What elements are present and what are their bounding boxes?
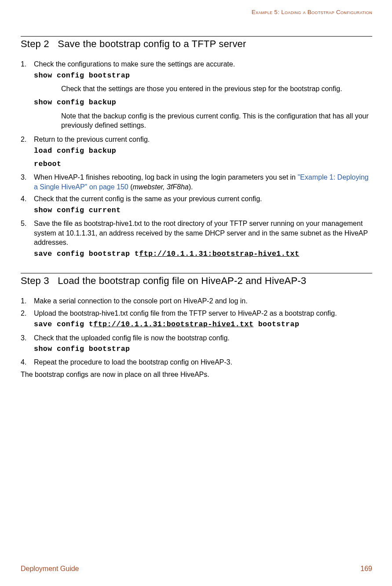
list-item: Upload the bootstrap-hive1.txt config fi… <box>21 309 372 330</box>
command-text: save config bootstrap tftp://10.1.1.31:b… <box>34 249 372 259</box>
list-item: Check that the current config is the sam… <box>21 194 372 215</box>
closing-paragraph: The bootstrap configs are now in place o… <box>21 370 372 380</box>
list-item: Save the file as bootstrap-hive1.txt to … <box>21 219 372 259</box>
command-prefix: save config t <box>34 320 93 328</box>
item-text: ). <box>189 183 193 191</box>
command-text: show config bootstrap <box>34 344 372 354</box>
step2-title: Save the bootstrap config to a TFTP serv… <box>58 38 246 49</box>
page-footer: Deployment Guide 169 <box>21 565 372 573</box>
item-text: Upload the bootstrap-hive1.txt config fi… <box>34 310 337 317</box>
list-item: Return to the previous current config. l… <box>21 135 372 169</box>
list-item: Make a serial connection to the console … <box>21 296 372 306</box>
credentials-text: mwebster, 3fF8ha <box>133 183 189 191</box>
command-text: save config tftp://10.1.1.31:bootstrap-h… <box>34 320 372 329</box>
command-text: load config backup <box>34 146 372 156</box>
running-header: Example 5: Loading a Bootstrap Configura… <box>252 9 372 15</box>
item-text: Check that the current config is the sam… <box>34 195 262 203</box>
list-item: Check the configurations to make sure th… <box>21 59 372 130</box>
command-url: ftp://10.1.1.31:bootstrap-hive1.txt <box>93 320 253 328</box>
step3-title: Load the bootstrap config file on HiveAP… <box>58 275 306 286</box>
item-text: ( <box>128 183 133 191</box>
content-area: Step 2 Save the bootstrap config to a TF… <box>21 36 372 380</box>
page: Example 5: Loading a Bootstrap Configura… <box>0 0 392 586</box>
list-item: Check that the uploaded config file is n… <box>21 333 372 354</box>
sub-paragraph: Note that the backup config is the previ… <box>61 111 372 130</box>
step3-number: Step 3 <box>21 275 55 287</box>
list-item: When HiveAP-1 finishes rebooting, log ba… <box>21 173 372 192</box>
command-text: show config backup <box>34 98 372 107</box>
item-text: Repeat the procedure to load the bootstr… <box>34 358 232 366</box>
item-text: Save the file as bootstrap-hive1.txt to … <box>34 220 368 246</box>
item-text: Check the configurations to make sure th… <box>34 60 235 68</box>
command-text: show config bootstrap <box>34 71 372 81</box>
command-url: ftp://10.1.1.31:bootstrap-hive1.txt <box>139 250 299 258</box>
item-text: Check that the uploaded config file is n… <box>34 334 230 342</box>
step2-heading: Step 2 Save the bootstrap config to a TF… <box>21 38 372 50</box>
item-text: Return to the previous current config. <box>34 136 150 143</box>
list-item: Repeat the procedure to load the bootstr… <box>21 357 372 367</box>
command-text: reboot <box>34 159 372 169</box>
step3-list: Make a serial connection to the console … <box>21 296 372 367</box>
spacer <box>21 262 372 273</box>
command-suffix: bootstrap <box>253 320 299 328</box>
footer-page-number: 169 <box>360 565 372 573</box>
section-rule <box>21 273 372 273</box>
sub-paragraph: Check that the settings are those you en… <box>61 84 372 94</box>
command-text: show config current <box>34 206 372 215</box>
step2-list: Check the configurations to make sure th… <box>21 59 372 259</box>
command-prefix: save config bootstrap t <box>34 250 139 258</box>
step2-number: Step 2 <box>21 38 55 50</box>
item-text: Make a serial connection to the console … <box>34 297 248 305</box>
section-rule <box>21 36 372 37</box>
footer-doc-title: Deployment Guide <box>21 565 79 573</box>
item-text: When HiveAP-1 finishes rebooting, log ba… <box>34 173 297 181</box>
step3-heading: Step 3 Load the bootstrap config file on… <box>21 275 372 287</box>
